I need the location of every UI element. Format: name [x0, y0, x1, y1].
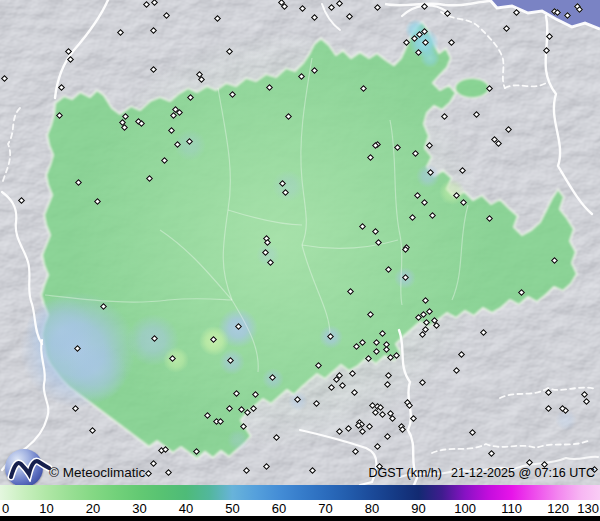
variable-label: DGST (km/h): [369, 466, 442, 480]
station-marker: [229, 91, 236, 98]
station-marker: [359, 339, 366, 346]
station-marker: [240, 423, 247, 430]
station-marker: [163, 12, 170, 19]
station-marker: [89, 427, 96, 434]
station-marker: [294, 396, 301, 403]
station-marker: [235, 323, 242, 330]
station-marker: [339, 382, 346, 389]
scale-tick-label: 70: [318, 501, 332, 516]
station-marker: [282, 189, 289, 196]
station-marker: [336, 428, 343, 435]
station-marker: [346, 13, 353, 20]
station-marker: [58, 84, 65, 91]
station-marker: [372, 228, 379, 235]
station-marker: [503, 25, 510, 32]
station-marker: [427, 169, 434, 176]
station-marker: [298, 73, 305, 80]
station-marker: [117, 29, 124, 36]
station-marker: [421, 3, 428, 10]
station-marker: [198, 76, 205, 83]
station-marker: [75, 179, 82, 186]
station-marker: [505, 126, 512, 133]
station-marker: [360, 85, 367, 92]
station-marker: [543, 47, 550, 54]
station-marker: [262, 249, 269, 256]
station-marker: [422, 297, 429, 304]
station-marker: [373, 348, 380, 355]
station-marker: [412, 150, 419, 157]
station-marker: [389, 415, 396, 422]
station-marker: [419, 379, 426, 386]
station-marker: [328, 4, 335, 11]
station-marker: [460, 199, 467, 206]
meteoclimatic-m-icon: [7, 452, 53, 482]
scale-tick-label: 130: [577, 501, 599, 516]
station-marker: [121, 124, 128, 131]
scale-tick-label: 30: [132, 501, 146, 516]
station-marker: [150, 460, 157, 467]
station-marker: [281, 3, 288, 10]
station-marker: [373, 339, 380, 346]
scale-tick-label: 100: [454, 501, 476, 516]
station-marker: [204, 412, 211, 419]
scale-tick-label: 80: [365, 501, 379, 516]
station-marker: [409, 214, 416, 221]
station-marker: [67, 56, 74, 63]
station-marker: [250, 405, 257, 412]
station-marker: [94, 198, 101, 205]
station-marker: [372, 409, 379, 416]
scale-tick-label: 110: [501, 501, 522, 516]
station-marker: [518, 289, 525, 296]
station-marker: [315, 362, 322, 369]
station-marker: [374, 443, 381, 450]
station-marker: [244, 409, 251, 416]
station-marker: [576, 6, 583, 13]
station-marker: [495, 140, 502, 147]
station-marker: [138, 120, 145, 127]
station-marker: [187, 94, 194, 101]
station-marker: [309, 467, 316, 474]
station-marker: [169, 355, 176, 362]
station-marker: [313, 400, 320, 407]
station-marker: [551, 257, 558, 264]
station-marker: [150, 66, 157, 73]
station-marker: [72, 405, 79, 412]
station-marker: [227, 357, 234, 364]
station-marker: [403, 39, 410, 46]
color-scale-band: [0, 485, 600, 500]
station-marker: [210, 336, 217, 343]
station-marker: [266, 84, 273, 91]
station-marker: [150, 27, 157, 34]
station-marker: [263, 463, 270, 470]
station-marker: [406, 402, 413, 409]
station-marker: [545, 389, 552, 396]
station-marker: [151, 335, 158, 342]
station-marker: [375, 239, 382, 246]
station-marker: [513, 9, 520, 16]
station-marker: [56, 112, 63, 119]
station-marker-layer: [0, 0, 600, 485]
station-marker: [385, 372, 392, 379]
station-marker: [394, 144, 401, 151]
station-marker: [415, 49, 422, 56]
attribution-label: © Meteoclimatic: [49, 465, 145, 480]
station-marker: [583, 398, 590, 405]
station-marker: [214, 15, 221, 22]
scale-tick-label: 90: [411, 501, 425, 516]
timestamp-label: 21-12-2025 @ 07:16 UTC: [451, 466, 595, 480]
scale-tick-label: 120: [547, 501, 569, 516]
station-marker: [351, 389, 358, 396]
station-marker: [327, 333, 334, 340]
station-marker: [345, 425, 352, 432]
station-marker: [269, 374, 276, 381]
station-marker: [422, 39, 429, 46]
station-marker: [349, 370, 356, 377]
station-marker: [367, 311, 374, 318]
station-marker: [383, 346, 390, 353]
station-marker: [226, 405, 233, 412]
station-marker: [311, 67, 318, 74]
station-marker: [279, 180, 286, 187]
station-marker: [393, 352, 400, 359]
map-area: © Meteoclimatic DGST (km/h)21-12-2025 @ …: [0, 0, 600, 485]
station-marker: [243, 467, 250, 474]
